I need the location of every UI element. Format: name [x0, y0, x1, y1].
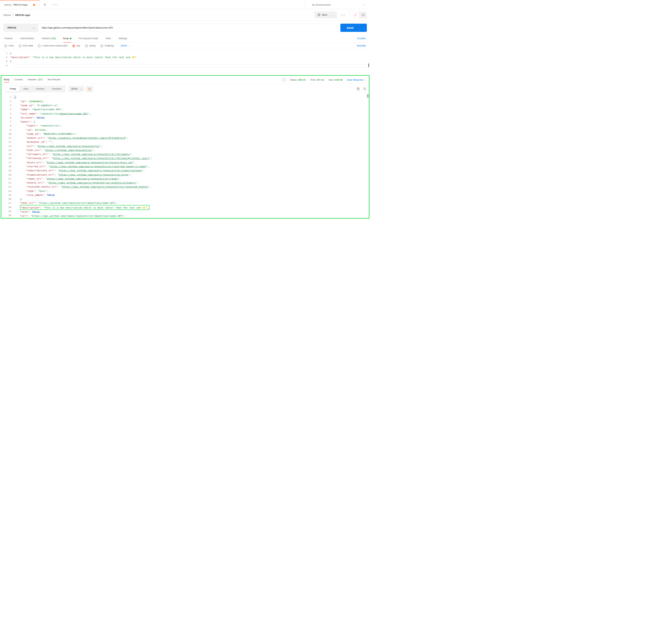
floppy-icon — [317, 14, 320, 16]
resp-tab-cookies[interactable]: Cookies — [14, 78, 23, 82]
beautify-link[interactable]: Beautify — [357, 44, 366, 47]
body-format-select[interactable]: JSON⌄ — [121, 44, 130, 47]
save-dropdown[interactable]: ⌄ — [331, 12, 336, 18]
radio-icon — [101, 44, 103, 47]
chevron-down-icon: ⌄ — [33, 26, 35, 29]
view-visualize[interactable]: Visualize — [48, 86, 65, 92]
body-indicator-dot-icon — [70, 38, 71, 39]
save-label: Save — [322, 14, 328, 16]
body-type-none[interactable]: none — [4, 44, 14, 47]
body-type-row: none form-data x-www-form-urlencoded raw… — [0, 42, 370, 49]
tab-method-label: PATCH — [4, 4, 11, 6]
scrollbar-thumb[interactable] — [367, 94, 368, 98]
resp-tab-results[interactable]: Test Results — [47, 78, 60, 82]
breadcrumb-sep: / — [13, 14, 14, 16]
tab-tests[interactable]: Tests — [105, 35, 111, 42]
chevron-down-icon: ⌄ — [364, 3, 366, 6]
status-value: 200 OK — [298, 78, 306, 81]
breadcrumb-row: Github / PATCH repo Save ⌄ ○○○ — [0, 9, 370, 21]
divider — [349, 12, 349, 18]
save-response-button[interactable]: Save Response ⌄ — [347, 78, 366, 81]
request-tabs: Params Authorization Headers (10) Body P… — [0, 35, 370, 43]
request-body-editor[interactable]: 1234 { "description": "This is a new des… — [0, 49, 370, 75]
tab-add-button[interactable] — [40, 0, 50, 9]
svg-rect-0 — [357, 88, 359, 90]
breadcrumb-root[interactable]: Github — [3, 13, 11, 16]
description-highlight: "description": "This is a new descriptio… — [20, 205, 149, 210]
copy-button[interactable] — [357, 87, 360, 90]
url-group: PATCH ⌄ https://api.github.com/repos/ray… — [3, 24, 337, 32]
tab-headers-label: Headers — [42, 37, 50, 40]
tab-authorization[interactable]: Authorization — [20, 35, 34, 42]
wrap-toggle[interactable] — [86, 86, 93, 92]
radio-icon — [38, 44, 41, 47]
send-label: Send — [340, 24, 360, 32]
radio-icon — [4, 44, 7, 47]
tab-headers[interactable]: Headers (10) — [42, 35, 56, 42]
resp-tab-body[interactable]: Body — [4, 78, 9, 82]
cursor-icon — [368, 63, 369, 67]
resp-headers-count: (27) — [38, 78, 43, 81]
view-row: Pretty Raw Preview Visualize JSON⌄ — [1, 84, 369, 94]
radio-icon — [85, 44, 88, 47]
line-gutter: 1234567891011121314151617181920212223242… — [5, 95, 14, 218]
app-root: PATCH PATCH repo ○○○ No Environment ⌄ Gi… — [0, 0, 370, 359]
headers-count: (10) — [51, 37, 56, 40]
send-button[interactable]: Send ⌄ — [340, 24, 367, 32]
unsaved-dot-icon — [33, 4, 35, 6]
view-raw[interactable]: Raw — [20, 86, 32, 92]
radio-icon — [19, 44, 21, 47]
network-icon[interactable] — [282, 78, 286, 81]
cookies-link[interactable]: Cookies — [357, 37, 366, 40]
tab-params[interactable]: Params — [4, 35, 13, 42]
search-icon — [363, 87, 366, 90]
view-pretty[interactable]: Pretty — [6, 86, 20, 92]
save-button[interactable]: Save ⌄ — [314, 12, 336, 18]
method-select[interactable]: PATCH ⌄ — [4, 24, 38, 31]
view-tabs: Pretty Raw Preview Visualize — [6, 86, 65, 92]
body-type-formdata[interactable]: form-data — [19, 44, 33, 47]
tab-bar: PATCH PATCH repo ○○○ No Environment ⌄ — [0, 0, 370, 9]
pencil-icon — [354, 13, 357, 16]
response-tabs: Body Cookies Headers (27) Test Results S… — [1, 76, 369, 84]
breadcrumb-actions: Save ⌄ ○○○ — [314, 12, 367, 18]
tab-patch-repo[interactable]: PATCH PATCH repo — [0, 0, 40, 9]
view-preview[interactable]: Preview — [32, 86, 48, 92]
comment-button[interactable] — [359, 12, 367, 18]
more-actions-button[interactable]: ○○○ — [339, 14, 347, 16]
response-panel-highlight: Body Cookies Headers (27) Test Results S… — [1, 75, 369, 218]
body-type-graphql[interactable]: GraphQL — [101, 44, 115, 47]
save-button-main[interactable]: Save — [315, 12, 331, 18]
resp-tab-headers[interactable]: Headers (27) — [27, 78, 43, 82]
tab-prerequest[interactable]: Pre-request Script — [79, 35, 98, 42]
response-code[interactable]: { "id": 454650875, "node_id": "R_kgDOGxl… — [14, 95, 368, 218]
line-gutter: 1234 — [1, 51, 10, 67]
breadcrumb-leaf: PATCH repo — [15, 13, 30, 16]
plus-icon — [43, 3, 46, 6]
cursor-line — [12, 64, 368, 68]
tab-body-label: Body — [63, 37, 69, 40]
edit-button[interactable] — [352, 12, 359, 18]
environment-select[interactable]: No Environment ⌄ — [304, 0, 370, 9]
search-button[interactable] — [363, 87, 366, 90]
response-body-editor[interactable]: 1234567891011121314151617181920212223242… — [1, 94, 369, 218]
body-type-binary[interactable]: binary — [85, 44, 96, 47]
environment-label: No Environment — [312, 3, 331, 6]
response-meta: Status: 200 OK Time: 257 ms Size: 6.98 K… — [282, 78, 366, 82]
body-type-raw[interactable]: raw — [72, 44, 80, 47]
tab-title: PATCH repo — [13, 3, 27, 6]
tab-overflow-button[interactable]: ○○○ — [50, 0, 60, 9]
send-dropdown[interactable]: ⌄ — [360, 24, 367, 32]
format-select[interactable]: JSON⌄ — [68, 86, 84, 92]
tab-settings[interactable]: Settings — [119, 35, 127, 42]
size-value: 6.98 KB — [334, 78, 343, 81]
time-value: 257 ms — [316, 78, 324, 81]
svg-point-1 — [364, 88, 366, 90]
method-label: PATCH — [8, 26, 16, 29]
doc-actions — [352, 12, 367, 18]
body-type-urlencoded[interactable]: x-www-form-urlencoded — [38, 44, 67, 47]
view-right-actions — [357, 87, 366, 90]
url-input[interactable]: https://api.github.com/repos/rayeschille… — [38, 24, 337, 31]
chevron-down-icon: ⌄ — [365, 78, 366, 81]
tab-body[interactable]: Body — [63, 35, 71, 42]
